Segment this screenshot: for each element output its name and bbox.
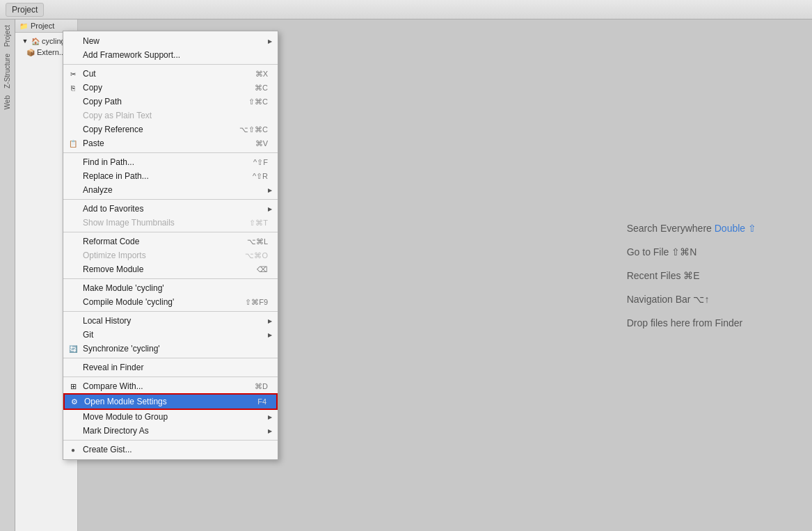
menu-item-find-path[interactable]: Find in Path... ^⇧F xyxy=(63,155,278,169)
menu-label-optimize: Optimize Imports xyxy=(83,251,231,260)
menu-label-compile-module: Compile Module 'cycling' xyxy=(83,297,231,307)
separator-9 xyxy=(63,440,278,441)
menu-label-new: New xyxy=(83,36,268,46)
paste-icon: 📋 xyxy=(67,138,79,149)
menu-label-copy-ref: Copy Reference xyxy=(83,125,225,134)
menu-label-mark-directory: Mark Directory As xyxy=(83,426,268,436)
menu-item-replace-path[interactable]: Replace in Path... ^⇧R xyxy=(63,169,278,183)
toolbar: Project xyxy=(0,0,812,19)
menu-item-synchronize[interactable]: 🔄 Synchronize 'cycling' xyxy=(63,342,278,356)
menu-item-add-framework[interactable]: Add Framework Support... xyxy=(63,48,278,62)
git-icon xyxy=(67,329,79,340)
menu-label-copy-path: Copy Path xyxy=(83,97,234,106)
menu-label-find-path: Find in Path... xyxy=(83,157,239,167)
separator-5 xyxy=(63,278,278,279)
reformat-shortcut: ⌥⌘L xyxy=(247,237,268,246)
menu-label-remove-module: Remove Module xyxy=(83,264,243,274)
thumbnails-icon xyxy=(67,217,79,228)
menu-label-add-framework: Add Framework Support... xyxy=(83,50,268,60)
menu-label-cut: Cut xyxy=(83,69,241,79)
tree-label-cycling: cycling xyxy=(42,37,65,45)
left-sidebar: Project Z-Structure Web xyxy=(0,19,15,531)
menu-item-thumbnails[interactable]: Show Image Thumbnails ⇧⌘T xyxy=(63,216,278,230)
copy-path-shortcut: ⇧⌘C xyxy=(248,97,268,106)
menu-item-git[interactable]: Git xyxy=(63,328,278,342)
menu-label-local-history: Local History xyxy=(83,316,268,326)
settings-icon: ⚙ xyxy=(69,396,80,407)
sidebar-item-web[interactable]: Web xyxy=(2,93,13,112)
project-icon: 📁 xyxy=(19,22,28,30)
find-path-icon xyxy=(67,157,79,168)
menu-item-paste[interactable]: 📋 Paste ⌘V xyxy=(63,136,278,150)
synchronize-icon: 🔄 xyxy=(67,343,79,354)
menu-item-mark-directory[interactable]: Mark Directory As xyxy=(63,424,278,438)
menu-item-new[interactable]: New xyxy=(63,34,278,48)
copy-path-icon xyxy=(67,96,79,107)
menu-item-copy[interactable]: ⎘ Copy ⌘C xyxy=(63,81,278,95)
menu-label-replace-path: Replace in Path... xyxy=(83,171,239,181)
menu-label-thumbnails: Show Image Thumbnails xyxy=(83,218,235,228)
menu-label-reveal-finder: Reveal in Finder xyxy=(83,363,268,372)
menu-item-reveal-finder[interactable]: Reveal in Finder xyxy=(63,360,278,374)
menu-item-remove-module[interactable]: Remove Module ⌫ xyxy=(63,262,278,276)
menu-item-compile-module[interactable]: Compile Module 'cycling' ⇧⌘F9 xyxy=(63,295,278,309)
separator-7 xyxy=(63,358,278,358)
menu-label-paste: Paste xyxy=(83,138,241,148)
settings-shortcut: F4 xyxy=(257,397,266,406)
optimize-shortcut: ⌥⌘O xyxy=(245,251,268,260)
menu-label-compare-with: Compare With... xyxy=(83,381,241,391)
menu-item-local-history[interactable]: Local History xyxy=(63,314,278,328)
compile-shortcut: ⇧⌘F9 xyxy=(245,298,268,307)
menu-label-analyze: Analyze xyxy=(83,185,268,195)
menu-item-add-favorites[interactable]: Add to Favorites xyxy=(63,202,278,216)
menu-label-move-module: Move Module to Group xyxy=(83,412,268,422)
project-tab[interactable]: Project xyxy=(6,3,44,17)
copy-plain-icon xyxy=(67,110,79,121)
separator-6 xyxy=(63,311,278,312)
folder-icon: ▼ xyxy=(21,37,29,45)
project-title: Project xyxy=(31,22,54,30)
menu-label-open-module-settings: Open Module Settings xyxy=(84,397,244,406)
new-icon xyxy=(67,35,79,47)
menu-label-reformat: Reformat Code xyxy=(83,237,233,246)
menu-item-cut[interactable]: ✂ Cut ⌘X xyxy=(63,67,278,81)
menu-item-move-module[interactable]: Move Module to Group xyxy=(63,410,278,424)
replace-path-icon xyxy=(67,171,79,182)
separator-8 xyxy=(63,377,278,377)
replace-path-shortcut: ^⇧R xyxy=(253,172,268,181)
gist-icon: ● xyxy=(67,444,79,455)
menu-item-compare-with[interactable]: ⊞ Compare With... ⌘D xyxy=(63,379,278,393)
separator-1 xyxy=(63,64,278,65)
copy-ref-shortcut: ⌥⇧⌘C xyxy=(239,125,268,134)
menu-item-open-module-settings[interactable]: ⚙ Open Module Settings F4 xyxy=(63,393,278,410)
hint-search-blue: Double ⇧ xyxy=(715,223,756,234)
make-module-icon xyxy=(67,283,79,294)
compile-module-icon xyxy=(67,296,79,308)
separator-2 xyxy=(63,152,278,153)
analyze-icon xyxy=(67,184,79,196)
local-history-icon xyxy=(67,315,79,326)
remove-module-icon xyxy=(67,264,79,275)
hint-search: Search Everywhere Double ⇧ xyxy=(627,223,756,234)
sidebar-item-structure[interactable]: Z-Structure xyxy=(2,51,13,91)
sidebar-item-project[interactable]: Project xyxy=(2,22,13,49)
find-path-shortcut: ^⇧F xyxy=(253,158,268,167)
menu-item-create-gist[interactable]: ● Create Gist... xyxy=(63,443,278,457)
menu-item-analyze[interactable]: Analyze xyxy=(63,183,278,197)
remove-module-shortcut: ⌫ xyxy=(257,265,268,274)
menu-item-make-module[interactable]: Make Module 'cycling' xyxy=(63,281,278,295)
menu-item-copy-ref[interactable]: Copy Reference ⌥⇧⌘C xyxy=(63,122,278,136)
external-icon: 📦 xyxy=(26,48,35,56)
menu-item-copy-path[interactable]: Copy Path ⇧⌘C xyxy=(63,95,278,109)
reformat-icon xyxy=(67,236,79,247)
menu-item-optimize[interactable]: Optimize Imports ⌥⌘O xyxy=(63,248,278,262)
menu-item-copy-plain[interactable]: Copy as Plain Text xyxy=(63,109,278,122)
menu-label-git: Git xyxy=(83,330,268,340)
cut-icon: ✂ xyxy=(67,68,79,79)
hints-area: Search Everywhere Double ⇧ Go to File ⇧⌘… xyxy=(627,223,756,328)
hint-goto-file: Go to File ⇧⌘N xyxy=(627,246,756,257)
menu-item-reformat[interactable]: Reformat Code ⌥⌘L xyxy=(63,235,278,248)
copy-shortcut: ⌘C xyxy=(255,84,268,93)
compare-icon: ⊞ xyxy=(67,381,79,392)
menu-label-add-favorites: Add to Favorites xyxy=(83,204,268,214)
